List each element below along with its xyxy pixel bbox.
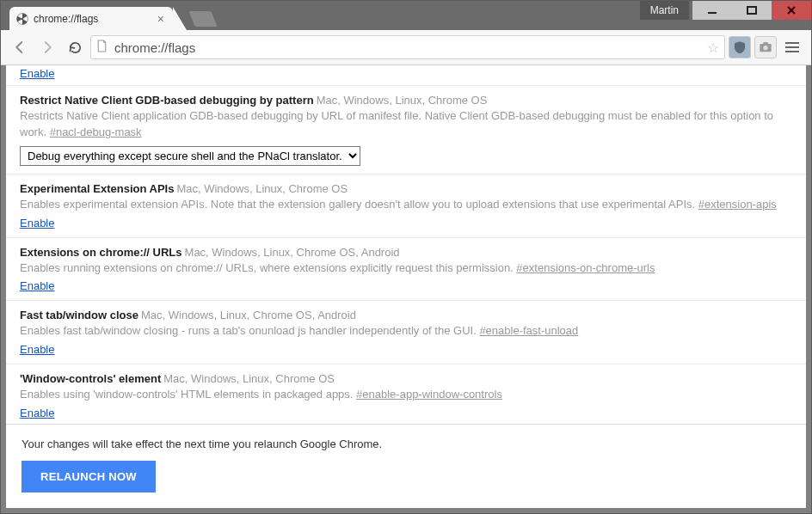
browser-toolbar: chrome://flags ☆ <box>1 30 811 65</box>
flags-scroll-area[interactable]: Enable Restrict Native Client GDB-based … <box>6 65 806 424</box>
enable-link[interactable]: Enable <box>20 407 54 419</box>
hamburger-menu-icon[interactable] <box>780 35 804 59</box>
flag-title: Restrict Native Client GDB-based debuggi… <box>20 94 314 107</box>
flag-hash-link[interactable]: #extensions-on-chrome-urls <box>516 261 655 274</box>
extension-camera-icon[interactable] <box>754 36 777 58</box>
flag-title: Extensions on chrome:// URLs <box>20 246 182 259</box>
window-close-button[interactable] <box>772 1 811 20</box>
flag-description: Enables fast tab/window closing - runs a… <box>20 323 792 340</box>
content-border: Enable Restrict Native Client GDB-based … <box>1 65 811 513</box>
window-titlebar: chrome://flags × Martin <box>1 1 811 30</box>
omnibox[interactable]: chrome://flags ☆ <box>90 35 725 59</box>
svg-rect-7 <box>763 42 767 45</box>
extension-ublock-icon[interactable] <box>729 36 751 58</box>
flag-title: Experimental Extension APIs <box>20 182 174 195</box>
flag-platforms: Mac, Windows, Linux, Chrome OS, Android <box>185 246 400 259</box>
flag-row: Extensions on chrome:// URLsMac, Windows… <box>6 238 806 302</box>
reload-button[interactable] <box>63 35 87 59</box>
flag-hash-link[interactable]: #extension-apis <box>698 198 777 211</box>
relaunch-button[interactable]: RELAUNCH NOW <box>22 461 156 493</box>
footer-text: Your changes will take effect the next t… <box>22 438 790 450</box>
enable-link[interactable]: Enable <box>20 279 54 292</box>
svg-rect-2 <box>708 12 717 14</box>
flag-platforms: Mac, Windows, Linux, Chrome OS <box>317 94 488 107</box>
tab-title: chrome://flags <box>34 13 152 25</box>
flag-platforms: Mac, Windows, Linux, Chrome OS <box>163 372 335 385</box>
flag-title: Fast tab/window close <box>20 309 138 321</box>
window-maximize-button[interactable] <box>732 1 772 20</box>
flag-row: Restrict Native Client GDB-based debuggi… <box>6 86 806 174</box>
flag-hash-link[interactable]: #enable-fast-unload <box>479 324 578 337</box>
truncated-flag-row: Enable <box>6 65 806 86</box>
browser-tab[interactable]: chrome://flags × <box>9 7 173 30</box>
forward-button[interactable] <box>35 35 59 59</box>
radiation-icon <box>16 13 28 25</box>
flag-description: Enables experimental extension APIs. Not… <box>20 197 792 213</box>
flag-description: Restricts Native Client application GDB-… <box>20 108 792 141</box>
flag-description: Enables running extensions on chrome:// … <box>20 260 792 277</box>
user-name: Martin <box>650 4 679 16</box>
svg-rect-3 <box>747 7 756 14</box>
page-icon <box>96 40 108 55</box>
enable-link[interactable]: Enable <box>20 343 54 356</box>
tab-close-icon[interactable]: × <box>157 13 164 25</box>
page-content: Enable Restrict Native Client GDB-based … <box>6 65 806 508</box>
flag-description: Enables using 'window-controls' HTML ele… <box>20 387 792 403</box>
enable-link[interactable]: Enable <box>20 217 54 229</box>
enable-link[interactable]: Enable <box>20 67 54 80</box>
flag-platforms: Mac, Windows, Linux, Chrome OS, Android <box>141 309 356 321</box>
user-chip[interactable]: Martin <box>640 1 689 20</box>
bookmark-star-icon[interactable]: ☆ <box>707 40 719 56</box>
flag-hash-link[interactable]: #nacl-debug-mask <box>50 125 142 138</box>
flag-row: Fast tab/window closeMac, Windows, Linux… <box>6 301 806 364</box>
new-tab-button[interactable] <box>188 11 217 27</box>
back-button[interactable] <box>8 35 32 59</box>
flag-title: 'Window-controls' element <box>20 372 161 385</box>
svg-point-8 <box>763 46 767 50</box>
flag-row: Experimental Extension APIsMac, Windows,… <box>6 174 806 238</box>
flag-select[interactable]: Debug everything except secure shell and… <box>20 146 360 166</box>
relaunch-footer: Your changes will take effect the next t… <box>6 424 806 508</box>
flag-row: 'Window-controls' elementMac, Windows, L… <box>6 364 806 424</box>
flag-platforms: Mac, Windows, Linux, Chrome OS <box>176 182 348 195</box>
window-minimize-button[interactable] <box>692 1 732 20</box>
flag-hash-link[interactable]: #enable-app-window-controls <box>356 388 502 401</box>
url-text: chrome://flags <box>114 40 700 55</box>
